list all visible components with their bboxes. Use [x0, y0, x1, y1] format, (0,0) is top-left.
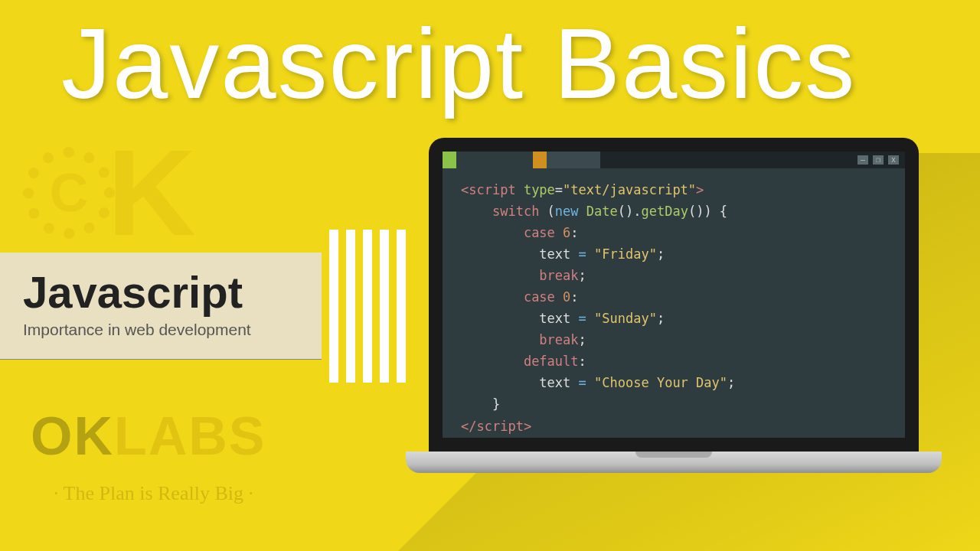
minimize-icon: –	[858, 155, 868, 165]
laptop-illustration: – ❐ x <script type="text/javascript"> sw…	[429, 138, 919, 482]
main-title: Javascript Basics	[61, 6, 856, 121]
watermark-labs: LABS	[114, 406, 266, 466]
window-controls: – ❐ x	[851, 152, 905, 168]
code-editor-screen: – ❐ x <script type="text/javascript"> sw…	[443, 152, 905, 438]
code-block: <script type="text/javascript"> switch (…	[443, 168, 905, 448]
watermark-logo: CK	[23, 122, 196, 263]
sub-heading: Javascript	[23, 266, 299, 318]
editor-tab-bar: – ❐ x	[443, 152, 905, 168]
laptop-base	[406, 452, 942, 473]
watermark-ok: OK	[31, 406, 114, 466]
sub-subtext: Importance in web development	[23, 321, 299, 339]
watermark-tagline: · The Plan is Really Big ·	[54, 482, 253, 505]
watermark-brand: OKLABS	[31, 406, 266, 467]
decorative-bars	[329, 230, 406, 383]
close-icon: x	[888, 155, 899, 165]
sub-banner: Javascript Importance in web development	[0, 253, 322, 360]
maximize-icon: ❐	[873, 155, 884, 165]
